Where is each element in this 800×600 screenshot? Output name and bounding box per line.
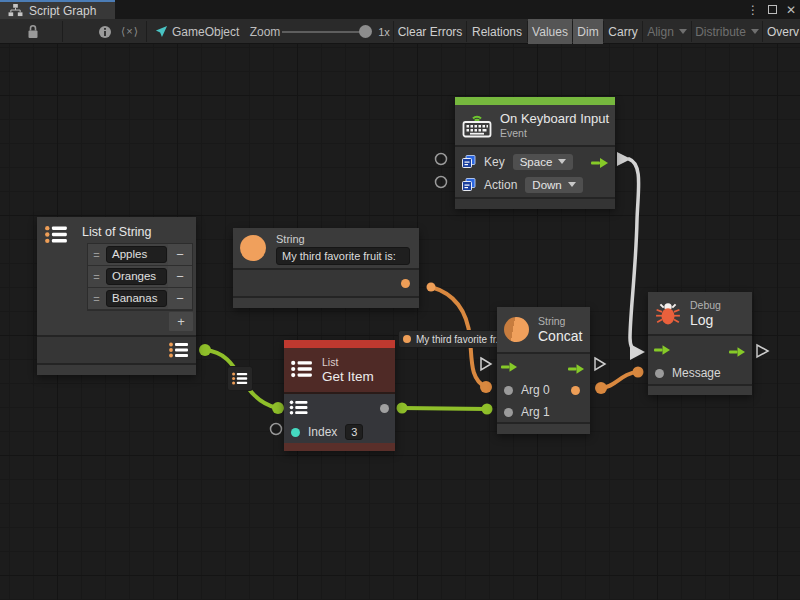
- node-title: String: [276, 233, 415, 245]
- flow-input-port[interactable]: [501, 361, 517, 375]
- list-icon: [232, 372, 248, 385]
- node-footer: [455, 199, 615, 209]
- arg0-input-port[interactable]: [504, 386, 513, 395]
- index-input-port[interactable]: [291, 428, 300, 437]
- index-label: Index: [308, 425, 337, 439]
- drag-handle-icon[interactable]: =: [88, 266, 105, 287]
- relations-button[interactable]: Relations: [467, 19, 527, 44]
- key-dropdown[interactable]: Space: [513, 154, 574, 170]
- arg0-label: Arg 0: [521, 383, 550, 397]
- node-string-literal[interactable]: String My third favorite fruit is:: [233, 228, 419, 308]
- remove-item-button[interactable]: −: [168, 244, 192, 265]
- zoom-value: 1x: [375, 19, 393, 44]
- bug-icon: [655, 300, 681, 326]
- caret-down-icon: [679, 29, 687, 34]
- distribute-button[interactable]: Distribute: [692, 19, 762, 44]
- index-value-input[interactable]: 3: [345, 424, 363, 440]
- node-category: List: [322, 356, 374, 368]
- carry-button[interactable]: Carry: [604, 19, 642, 44]
- remove-item-button[interactable]: −: [168, 266, 192, 287]
- wire-value-badge-string: My third favorite fr...: [398, 330, 512, 348]
- trigger-output-port[interactable]: [591, 157, 608, 171]
- align-button[interactable]: Align: [643, 19, 691, 44]
- script-graph-window: Script Graph ⋮ ✕ ⟨×⟩ GameObject Zoom: [0, 0, 800, 600]
- remove-item-button[interactable]: −: [168, 288, 192, 309]
- node-title: Get Item: [322, 369, 374, 384]
- list-item-row: = Bananas −: [88, 288, 192, 310]
- action-dropdown[interactable]: Down: [525, 177, 582, 193]
- list-input-port[interactable]: [289, 400, 309, 418]
- node-concat[interactable]: String Concat Arg 0 Arg 1: [497, 307, 590, 434]
- menu-icon[interactable]: ⋮: [747, 4, 759, 16]
- target-gameobject-label[interactable]: GameObject: [172, 19, 242, 44]
- arg1-input-port[interactable]: [504, 408, 513, 417]
- list-item-field[interactable]: Apples: [106, 246, 167, 263]
- keybinding-icon: [462, 155, 476, 169]
- node-footer: [284, 443, 395, 451]
- list-item-field[interactable]: Oranges: [106, 268, 167, 285]
- node-category: Debug: [690, 299, 721, 311]
- add-item-button[interactable]: +: [169, 312, 193, 331]
- caret-down-icon: [568, 182, 576, 187]
- message-input-port[interactable]: [655, 369, 664, 378]
- string-type-icon: [240, 235, 266, 261]
- flow-output-port[interactable]: [568, 363, 584, 377]
- gameobject-icon: [152, 19, 170, 44]
- toolbar-separator: [62, 21, 63, 42]
- list-item-field[interactable]: Bananas: [106, 290, 167, 307]
- flow-input-port[interactable]: [654, 344, 670, 358]
- wire-value-preview: My third favorite fr...: [416, 334, 504, 345]
- message-label: Message: [672, 366, 721, 380]
- graph-hierarchy-icon: [8, 4, 23, 17]
- string-type-dot-icon: [403, 335, 411, 343]
- overview-button[interactable]: Overv: [763, 19, 800, 44]
- graph-toolbar: ⟨×⟩ GameObject Zoom 1x Clear Errors Rela…: [0, 19, 800, 44]
- drag-handle-icon[interactable]: =: [88, 244, 105, 265]
- drag-handle-icon[interactable]: =: [88, 288, 105, 309]
- arg1-label: Arg 1: [521, 405, 550, 419]
- zoom-slider-knob[interactable]: [359, 25, 372, 38]
- node-get-item[interactable]: List Get Item Index 3: [284, 340, 395, 451]
- zoom-slider[interactable]: [282, 31, 360, 33]
- string-output-port[interactable]: [401, 279, 410, 288]
- node-footer: [648, 386, 752, 395]
- error-red-bar: [284, 340, 395, 348]
- dim-button[interactable]: Dim: [573, 19, 603, 44]
- keyboard-icon: [462, 112, 492, 138]
- tab-script-graph[interactable]: Script Graph: [0, 0, 115, 19]
- node-title: Concat: [538, 328, 582, 344]
- list-editor: = Apples − = Oranges − = Bananas −: [87, 243, 193, 311]
- lock-icon[interactable]: [20, 19, 46, 44]
- node-title: On Keyboard Input: [500, 111, 609, 126]
- string-value-input[interactable]: My third favorite fruit is:: [276, 247, 410, 265]
- caret-down-icon: [558, 159, 566, 164]
- node-list-of-string[interactable]: List of String = Apples − = Oranges − = …: [37, 217, 196, 375]
- action-port-label: Action: [484, 178, 517, 192]
- node-on-keyboard-input[interactable]: On Keyboard Input Event Key Space: [455, 97, 615, 209]
- keybinding-icon: [462, 178, 476, 192]
- string-type-icon: [504, 317, 529, 342]
- flow-output-port[interactable]: [729, 346, 745, 360]
- list-item-row: = Apples −: [88, 244, 192, 266]
- node-title: List of String: [82, 225, 193, 239]
- zoom-label: Zoom: [248, 19, 282, 44]
- node-subtitle: Event: [500, 127, 609, 139]
- close-icon[interactable]: ✕: [786, 4, 796, 16]
- result-output-port[interactable]: [571, 386, 580, 395]
- values-button[interactable]: Values: [528, 19, 572, 44]
- tab-title: Script Graph: [29, 4, 96, 18]
- list-icon: [291, 360, 313, 381]
- window-controls: ⋮ ✕: [747, 0, 798, 19]
- caret-down-icon: [751, 29, 759, 34]
- node-footer: [233, 298, 419, 308]
- wire-value-badge-list: [227, 366, 253, 391]
- node-title: Log: [690, 312, 721, 328]
- node-category: String: [538, 315, 582, 327]
- title-bar: Script Graph ⋮ ✕: [0, 0, 800, 19]
- code-preview-icon[interactable]: ⟨×⟩: [112, 19, 148, 44]
- list-output-port[interactable]: [168, 342, 190, 361]
- item-output-port[interactable]: [380, 404, 389, 413]
- node-debug-log[interactable]: Debug Log Message: [648, 292, 752, 395]
- maximize-icon[interactable]: [768, 5, 777, 14]
- clear-errors-button[interactable]: Clear Errors: [394, 19, 466, 44]
